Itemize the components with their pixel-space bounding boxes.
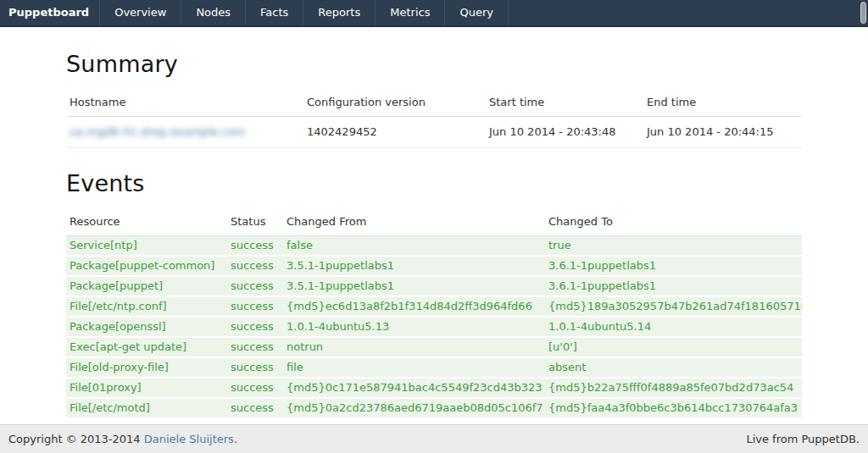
event-resource: Package[openssl]	[66, 317, 227, 337]
event-status: success	[227, 276, 283, 296]
event-status: success	[227, 337, 283, 357]
nav-item-facts[interactable]: Facts	[246, 0, 303, 25]
event-to: [u'0']	[545, 337, 802, 357]
event-resource: Package[puppet-common]	[66, 256, 227, 276]
summary-header-row: Hostname Configuration version Start tim…	[66, 91, 802, 117]
event-from: {md5}0c171e587941bac4c5549f23cd43b323	[283, 378, 545, 398]
event-status: success	[227, 296, 283, 317]
table-row: Package[puppet] success 3.5.1-1puppetlab…	[66, 276, 802, 296]
event-resource: File[01proxy]	[66, 378, 227, 398]
event-to: {md5}189a3052957b47b261ad74f181605716	[545, 296, 802, 317]
event-status: success	[227, 317, 283, 337]
summary-hostname-cell: ua-mgdb-01.shop.example.com	[66, 117, 303, 148]
event-to: 3.6.1-1puppetlabs1	[545, 256, 802, 276]
summary-row: ua-mgdb-01.shop.example.com 1402429452 J…	[66, 117, 802, 148]
summary-configver-cell: 1402429452	[303, 117, 486, 148]
summary-title: Summary	[66, 51, 802, 77]
event-from: false	[283, 236, 545, 257]
copyright-text: Copyright © 2013-2014	[8, 433, 144, 445]
event-to: {md5}b22a75fff0f4889a85fe07bd2d73ac54	[545, 378, 802, 398]
nav-item-query[interactable]: Query	[445, 0, 509, 25]
nav-item-metrics[interactable]: Metrics	[376, 0, 445, 25]
event-status: success	[227, 357, 283, 378]
summary-end-cell: Jun 10 2014 - 20:44:15	[643, 117, 802, 148]
events-col-resource: Resource	[66, 210, 227, 236]
event-status: success	[227, 256, 283, 276]
events-table: Resource Status Changed From Changed To …	[66, 210, 802, 419]
table-row: Package[puppet-common] success 3.5.1-1pu…	[66, 256, 802, 276]
nav-item-nodes[interactable]: Nodes	[181, 0, 246, 25]
event-from: 1.0.1-4ubuntu5.13	[283, 317, 545, 337]
table-row: Package[openssl] success 1.0.1-4ubuntu5.…	[66, 317, 802, 337]
nav-item-reports[interactable]: Reports	[303, 0, 376, 25]
event-status: success	[227, 398, 283, 418]
vertical-scrollbar-thumb[interactable]	[860, 2, 866, 24]
events-title: Events	[66, 170, 802, 196]
event-resource: File[old-proxy-file]	[66, 357, 227, 378]
event-status: success	[227, 378, 283, 398]
main-content: Summary Hostname Configuration version S…	[0, 27, 868, 424]
footer-copyright: Copyright © 2013-2014 Daniele Sluijters.	[8, 433, 237, 445]
table-row: Exec[apt-get update] success notrun [u'0…	[66, 337, 802, 357]
events-col-from: Changed From	[283, 210, 545, 236]
footer-status: Live from PuppetDB.	[746, 433, 860, 445]
summary-start-cell: Jun 10 2014 - 20:43:48	[486, 117, 643, 148]
footer: Copyright © 2013-2014 Daniele Sluijters.…	[0, 424, 868, 453]
event-resource: Service[ntp]	[66, 236, 227, 257]
event-from: file	[283, 357, 545, 378]
hostname-link[interactable]: ua-mgdb-01.shop.example.com	[70, 125, 245, 138]
event-resource: File[/etc/ntp.conf]	[66, 296, 227, 317]
table-row: File[/etc/motd] success {md5}0a2cd23786a…	[66, 398, 802, 418]
event-resource: Package[puppet]	[66, 276, 227, 296]
nav-item-overview[interactable]: Overview	[100, 0, 181, 25]
events-header-row: Resource Status Changed From Changed To	[66, 210, 802, 236]
summary-col-hostname: Hostname	[66, 91, 303, 117]
events-col-status: Status	[227, 210, 283, 236]
navbar-brand[interactable]: Puppetboard	[0, 0, 100, 25]
event-to: absent	[545, 357, 802, 378]
event-resource: File[/etc/motd]	[66, 398, 227, 418]
event-to: true	[545, 236, 802, 257]
events-col-to: Changed To	[545, 210, 802, 236]
table-row: File[/etc/ntp.conf] success {md5}ec6d13a…	[66, 296, 802, 317]
event-from: 3.5.1-1puppetlabs1	[283, 276, 545, 296]
author-link[interactable]: Daniele Sluijters	[144, 433, 234, 445]
event-to: 3.6.1-1puppetlabs1	[545, 276, 802, 296]
summary-col-end: End time	[643, 91, 802, 117]
event-status: success	[227, 236, 283, 257]
summary-table: Hostname Configuration version Start tim…	[66, 91, 802, 148]
event-from: {md5}0a2cd23786aed6719aaeb08d05c106f7	[283, 398, 545, 418]
event-to: 1.0.1-4ubuntu5.14	[545, 317, 802, 337]
event-to: {md5}faa4a3f0bbe6c3b614bcc1730764afa3	[545, 398, 802, 418]
event-from: notrun	[283, 337, 545, 357]
table-row: File[old-proxy-file] success file absent	[66, 357, 802, 378]
navbar: Puppetboard Overview Nodes Facts Reports…	[0, 0, 868, 27]
table-row: Service[ntp] success false true	[66, 236, 802, 257]
event-from: {md5}ec6d13a8f2b1f314d84d2ff3d964fd66	[283, 296, 545, 317]
page: Puppetboard Overview Nodes Facts Reports…	[0, 0, 868, 453]
event-from: 3.5.1-1puppetlabs1	[283, 256, 545, 276]
table-row: File[01proxy] success {md5}0c171e587941b…	[66, 378, 802, 398]
event-resource: Exec[apt-get update]	[66, 337, 227, 357]
summary-col-start: Start time	[486, 91, 643, 117]
copyright-period: .	[234, 433, 237, 445]
summary-col-configver: Configuration version	[303, 91, 486, 117]
